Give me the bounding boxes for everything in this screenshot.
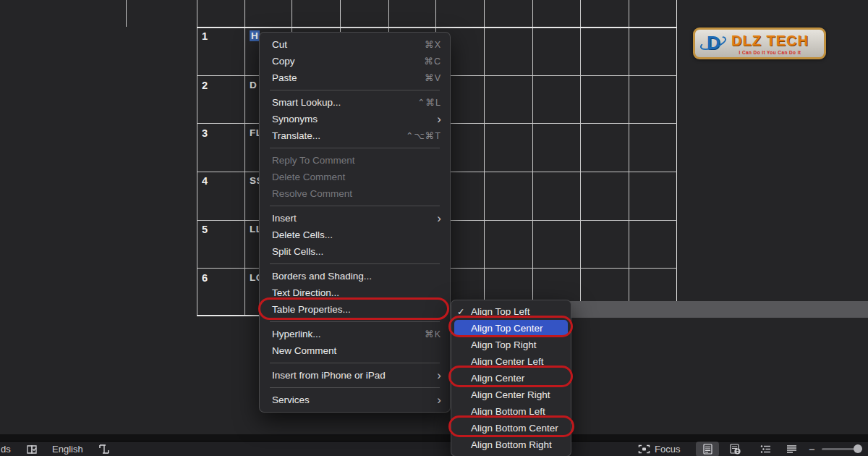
menu-item-label: Copy bbox=[272, 56, 424, 67]
logo-tagline-text: I Can Do It You Can Do It bbox=[739, 50, 801, 55]
submenu-item-align-center[interactable]: Align Center bbox=[454, 370, 568, 387]
outline-view-button[interactable] bbox=[754, 442, 777, 456]
menu-item-paste[interactable]: Paste⌘V bbox=[260, 69, 450, 86]
chevron-right-icon: › bbox=[437, 211, 441, 226]
draft-icon bbox=[786, 444, 797, 454]
submenu-item-align-bottom-right[interactable]: Align Bottom Right bbox=[454, 436, 568, 453]
menu-item-copy[interactable]: Copy⌘C bbox=[260, 53, 450, 69]
menu-item-label: Borders and Shading... bbox=[272, 271, 441, 282]
menu-item-reply-to-comment: Reply To Comment bbox=[260, 152, 450, 169]
submenu-item-align-center-left[interactable]: Align Center Left bbox=[454, 353, 568, 370]
table-gridline bbox=[126, 0, 127, 27]
menu-item-resolve-comment: Resolve Comment bbox=[260, 185, 450, 202]
shortcut-label: ⌃⌥⌘T bbox=[406, 130, 441, 141]
submenu-item-label: Align Center Right bbox=[471, 389, 550, 400]
chevron-right-icon: › bbox=[437, 393, 441, 408]
table-row-number: 1 bbox=[202, 30, 208, 42]
table-gridline bbox=[197, 27, 677, 28]
submenu-item-align-top-left[interactable]: ✓Align Top Left bbox=[454, 303, 568, 320]
menu-item-label: Insert bbox=[272, 213, 437, 224]
menu-item-new-comment[interactable]: New Comment bbox=[260, 342, 450, 359]
menu-item-label: Services bbox=[272, 394, 437, 405]
table-row-number: 2 bbox=[202, 80, 208, 91]
shortcut-label: ⌘V bbox=[425, 72, 441, 83]
menu-item-label: Delete Comment bbox=[272, 172, 441, 182]
menu-separator bbox=[270, 90, 440, 90]
menu-separator bbox=[270, 387, 440, 388]
focus-label: Focus bbox=[655, 444, 680, 455]
menu-item-label: Cut bbox=[272, 39, 425, 50]
chevron-right-icon: › bbox=[437, 368, 441, 383]
submenu-item-label: Align Top Center bbox=[471, 323, 543, 334]
menu-item-split-cells[interactable]: Split Cells... bbox=[260, 243, 450, 260]
language-label: English bbox=[52, 444, 83, 455]
table-row-number: 5 bbox=[202, 224, 208, 235]
shortcut-label: ⌃⌘L bbox=[417, 97, 441, 108]
menu-item-hyperlink[interactable]: Hyperlink...⌘K bbox=[260, 326, 450, 342]
menu-item-cut[interactable]: Cut⌘X bbox=[260, 36, 450, 53]
menu-item-delete-cells[interactable]: Delete Cells... bbox=[260, 227, 450, 243]
menu-item-label: Synonyms bbox=[272, 114, 437, 124]
cell-alignment-submenu: ✓Align Top Left Align Top Center Align T… bbox=[451, 300, 571, 456]
word-count-label: ds bbox=[1, 444, 11, 455]
word-count-fragment[interactable]: ds bbox=[1, 442, 11, 456]
text-select-icon[interactable] bbox=[98, 442, 110, 456]
table-row-number: 3 bbox=[202, 127, 208, 139]
menu-separator bbox=[270, 263, 440, 264]
logo-brand-text: DLZ TECH bbox=[731, 33, 809, 49]
submenu-item-label: Align Bottom Center bbox=[471, 423, 558, 434]
statusbar-gap bbox=[0, 434, 868, 441]
menu-item-label: Delete Cells... bbox=[272, 229, 441, 240]
menu-separator bbox=[270, 206, 440, 206]
menu-item-label: Reply To Comment bbox=[272, 155, 441, 166]
chevron-right-icon: › bbox=[437, 112, 441, 127]
minus-icon: − bbox=[809, 443, 815, 455]
menu-item-synonyms[interactable]: Synonyms› bbox=[260, 111, 450, 127]
dlz-logo-icon: D bbox=[698, 30, 730, 57]
language-selector[interactable]: English bbox=[52, 442, 83, 456]
menu-item-smart-lookup[interactable]: Smart Lookup...⌃⌘L bbox=[260, 94, 450, 111]
menu-item-label: Hyperlink... bbox=[272, 329, 425, 339]
menu-item-insert-from-iphone-or-ipad[interactable]: Insert from iPhone or iPad› bbox=[260, 367, 450, 384]
submenu-item-align-top-right[interactable]: Align Top Right bbox=[454, 337, 568, 353]
submenu-item-align-bottom-center[interactable]: Align Bottom Center bbox=[454, 420, 568, 436]
status-bar: ds English Focus bbox=[0, 441, 868, 456]
zoom-slider-knob[interactable] bbox=[854, 444, 862, 453]
menu-item-label: Insert from iPhone or iPad bbox=[272, 370, 437, 381]
table-row-number: 4 bbox=[202, 175, 208, 187]
menu-item-services[interactable]: Services› bbox=[260, 392, 450, 408]
menu-item-text-direction[interactable]: Text Direction... bbox=[260, 284, 450, 301]
draft-view-button[interactable] bbox=[780, 442, 803, 456]
menu-item-label: Translate... bbox=[272, 130, 406, 141]
focus-icon bbox=[638, 444, 650, 454]
submenu-item-label: Align Top Right bbox=[471, 339, 537, 350]
table-row-number: 6 bbox=[202, 272, 208, 284]
submenu-item-align-center-right[interactable]: Align Center Right bbox=[454, 387, 568, 403]
print-layout-icon bbox=[703, 444, 712, 455]
outline-icon bbox=[760, 444, 771, 454]
menu-item-label: Split Cells... bbox=[272, 246, 441, 257]
submenu-item-align-top-center[interactable]: Align Top Center bbox=[454, 320, 568, 337]
focus-button[interactable]: Focus bbox=[638, 442, 680, 456]
table-cell-text[interactable]: D bbox=[250, 80, 257, 90]
shortcut-label: ⌘X bbox=[425, 39, 441, 50]
menu-item-label: New Comment bbox=[272, 345, 441, 356]
menu-separator bbox=[270, 321, 440, 322]
submenu-item-label: Align Bottom Right bbox=[471, 439, 552, 450]
submenu-item-align-bottom-left[interactable]: Align Bottom Left bbox=[454, 403, 568, 420]
menu-item-insert[interactable]: Insert› bbox=[260, 210, 450, 227]
check-icon: ✓ bbox=[457, 306, 471, 317]
menu-item-label: Table Properties... bbox=[272, 304, 441, 315]
submenu-item-label: Align Top Left bbox=[471, 306, 530, 317]
submenu-item-label: Align Center Left bbox=[471, 356, 544, 367]
menu-item-borders-and-shading[interactable]: Borders and Shading... bbox=[260, 268, 450, 284]
menu-item-translate[interactable]: Translate...⌃⌥⌘T bbox=[260, 127, 450, 144]
print-layout-view-button[interactable] bbox=[696, 442, 719, 456]
zoom-out-button[interactable]: − bbox=[809, 442, 815, 456]
context-menu: Cut⌘X Copy⌘C Paste⌘V Smart Lookup...⌃⌘L … bbox=[259, 32, 451, 413]
menu-separator bbox=[270, 363, 440, 363]
menu-item-delete-comment: Delete Comment bbox=[260, 169, 450, 185]
menu-item-table-properties[interactable]: Table Properties... bbox=[260, 301, 450, 318]
web-layout-view-button[interactable] bbox=[723, 442, 746, 456]
spellcheck-book-icon[interactable] bbox=[26, 442, 39, 456]
